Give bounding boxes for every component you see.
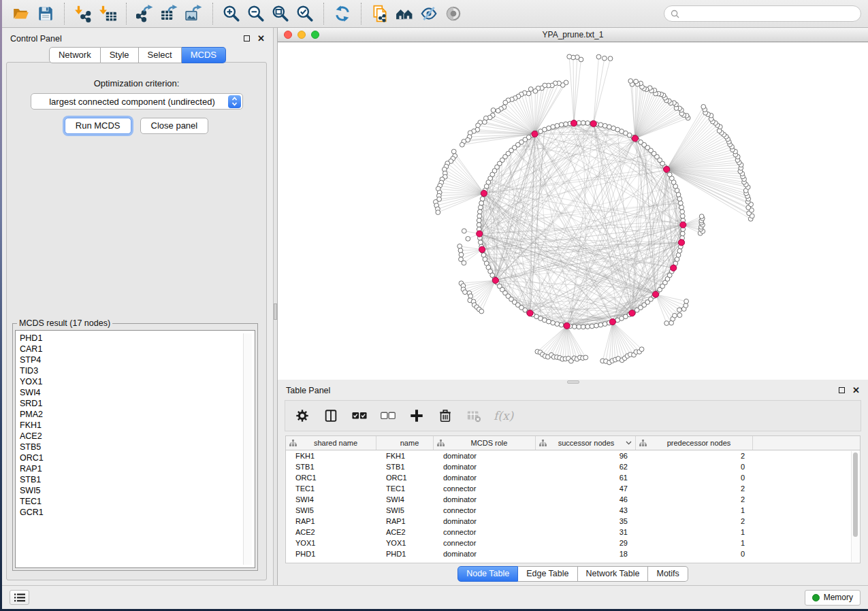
table-panel-grip[interactable] xyxy=(567,380,579,384)
mcds-result-item[interactable]: TEC1 xyxy=(20,496,255,507)
control-panel-tabs: NetworkStyleSelectMCDS xyxy=(2,47,273,63)
minimize-window-icon[interactable] xyxy=(298,31,306,39)
mcds-result-item[interactable]: STB5 xyxy=(20,442,255,452)
save-session-button[interactable] xyxy=(33,2,58,25)
table-scrollbar[interactable] xyxy=(851,451,859,562)
tab-network[interactable]: Network xyxy=(49,47,101,63)
function-builder-button[interactable]: f(x) xyxy=(494,407,513,425)
scrollbar-thumb[interactable] xyxy=(853,452,858,537)
close-panel-icon[interactable]: ✕ xyxy=(257,34,265,43)
float-panel-icon[interactable] xyxy=(244,35,250,42)
add-column-button[interactable] xyxy=(408,407,425,425)
float-table-panel-icon[interactable] xyxy=(839,387,845,393)
show-column-button[interactable] xyxy=(322,407,340,425)
control-panel: Control Panel ✕ NetworkStyleSelectMCDS O… xyxy=(2,28,273,585)
memory-button[interactable]: Memory xyxy=(805,590,861,606)
export-image-button[interactable] xyxy=(182,2,206,25)
mcds-result-item[interactable]: SRD1 xyxy=(20,398,255,409)
close-window-icon[interactable] xyxy=(284,31,292,39)
import-table-button[interactable] xyxy=(95,2,120,25)
mcds-result-group: MCDS result (17 nodes) PHD1CAR1STP4TID3Y… xyxy=(12,318,258,571)
table-body: FKH1FKH1dominator962STB1STB1dominator620… xyxy=(286,450,860,559)
close-table-panel-icon[interactable]: ✕ xyxy=(852,386,860,395)
mcds-result-item[interactable]: STP4 xyxy=(20,354,255,365)
column-header-successor-nodes[interactable]: successor nodes xyxy=(536,436,636,450)
table-row[interactable]: ACE2ACE2connector311 xyxy=(286,527,860,538)
table-row[interactable]: PHD1PHD1dominator180 xyxy=(286,548,860,559)
tab-mcds[interactable]: MCDS xyxy=(182,47,226,63)
mcds-result-item[interactable]: GCR1 xyxy=(20,507,255,518)
table-row[interactable]: FKH1FKH1dominator962 xyxy=(286,450,860,461)
mcds-result-item[interactable]: FKH1 xyxy=(20,420,255,431)
criterion-dropdown[interactable]: largest connected component (undirected) xyxy=(31,93,243,110)
column-header-predecessor-nodes[interactable]: predecessor nodes xyxy=(636,436,753,450)
zoom-in-button[interactable] xyxy=(219,2,244,25)
import-network-button[interactable] xyxy=(71,2,95,25)
table-row[interactable]: RAP1RAP1dominator352 xyxy=(286,516,860,527)
mcds-result-item[interactable]: PMA2 xyxy=(20,409,255,420)
tab-node-table[interactable]: Node Table xyxy=(457,566,518,582)
trash-icon xyxy=(438,408,453,423)
delete-column-button[interactable] xyxy=(436,407,454,425)
network-canvas[interactable] xyxy=(278,43,868,380)
node-table: shared namenameMCDS rolesuccessor nodesp… xyxy=(285,435,861,563)
select-all-rows-button[interactable] xyxy=(351,407,368,425)
mcds-result-item[interactable]: RAP1 xyxy=(20,463,255,474)
column-header-name[interactable]: name xyxy=(376,436,434,450)
toolbar-separator xyxy=(212,3,213,24)
mcds-result-item[interactable]: ACE2 xyxy=(20,431,255,442)
run-mcds-button[interactable]: Run MCDS xyxy=(65,118,131,134)
new-network-from-selection-button[interactable] xyxy=(368,2,392,25)
network-graph[interactable] xyxy=(278,43,868,380)
export-network-button[interactable] xyxy=(133,2,157,25)
mcds-result-item[interactable]: SWI5 xyxy=(20,485,255,496)
import-network-icon xyxy=(74,5,92,22)
zoom-selected-button[interactable] xyxy=(293,2,317,25)
vertical-splitter[interactable] xyxy=(273,28,278,585)
table-row[interactable]: ORC1ORC1dominator610 xyxy=(286,472,860,483)
table-row[interactable]: SWI4SWI4dominator462 xyxy=(286,494,860,505)
splitter-handle[interactable] xyxy=(274,303,277,320)
zoom-out-button[interactable] xyxy=(244,2,268,25)
mcds-result-item[interactable]: ORC1 xyxy=(20,452,255,463)
zoom-fit-button[interactable] xyxy=(268,2,293,25)
close-panel-button[interactable]: Close panel xyxy=(140,118,209,134)
task-history-button[interactable] xyxy=(10,590,29,605)
table-row[interactable]: SWI5SWI5connector431 xyxy=(286,505,860,516)
column-header-shared-name[interactable]: shared name xyxy=(286,436,376,450)
mcds-result-item[interactable]: SWI4 xyxy=(20,387,255,398)
save-session-icon xyxy=(37,5,54,22)
column-header-MCDS-role[interactable]: MCDS role xyxy=(434,436,536,450)
tab-network-table[interactable]: Network Table xyxy=(578,566,649,582)
tab-motifs[interactable]: Motifs xyxy=(648,566,688,582)
zoom-fit-icon xyxy=(272,5,289,22)
hide-selected-button[interactable] xyxy=(417,2,441,25)
tree-icon xyxy=(639,440,647,446)
export-table-button[interactable] xyxy=(157,2,182,25)
zoom-window-icon[interactable] xyxy=(311,31,319,39)
sort-desc-icon xyxy=(626,441,632,445)
tab-style[interactable]: Style xyxy=(101,47,139,63)
mcds-result-item[interactable]: STB1 xyxy=(20,474,255,485)
tab-select[interactable]: Select xyxy=(139,47,182,63)
deselect-all-rows-button[interactable] xyxy=(379,407,397,425)
delete-table-button[interactable] xyxy=(465,407,483,425)
open-session-button[interactable] xyxy=(9,2,33,25)
refresh-button[interactable] xyxy=(330,2,355,25)
export-table-icon xyxy=(161,5,178,22)
table-row[interactable]: TEC1TEC1connector472 xyxy=(286,483,860,494)
table-row[interactable]: STB1STB1dominator620 xyxy=(286,461,860,472)
result-list-scrollbar[interactable] xyxy=(243,333,252,565)
mcds-result-item[interactable]: YOX1 xyxy=(20,376,255,387)
mcds-result-item[interactable]: PHD1 xyxy=(20,333,255,344)
show-all-button[interactable] xyxy=(441,2,466,25)
table-row[interactable]: YOX1YOX1connector291 xyxy=(286,538,860,548)
search-input[interactable] xyxy=(683,9,854,18)
mcds-result-item[interactable]: TID3 xyxy=(20,365,255,376)
first-neighbors-button[interactable] xyxy=(392,2,417,25)
export-image-icon xyxy=(185,5,203,22)
mcds-result-item[interactable]: CAR1 xyxy=(20,344,255,354)
control-panel-title: Control Panel xyxy=(10,34,62,44)
table-settings-button[interactable] xyxy=(293,407,311,425)
tab-edge-table[interactable]: Edge Table xyxy=(518,566,577,582)
